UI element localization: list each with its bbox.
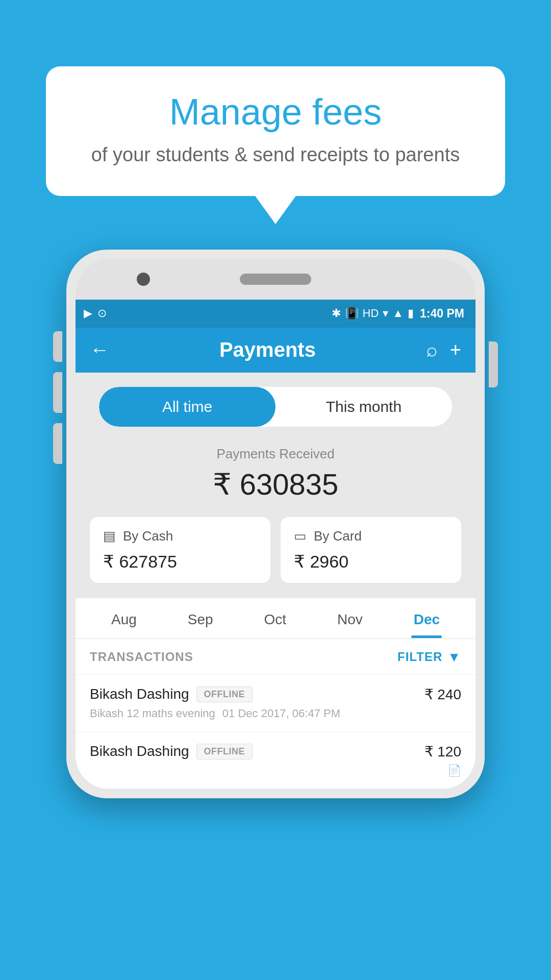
transactions-header: TRANSACTIONS FILTER ▼ <box>76 639 475 675</box>
transaction-name: Bikash Dashing <box>90 743 189 760</box>
vibrate-icon: 📳 <box>345 307 359 320</box>
cash-card-header: ▤ By Cash <box>103 528 257 544</box>
payments-label: Payments Received <box>90 446 461 462</box>
speaker <box>240 274 311 285</box>
transaction-top-row: Bikash Dashing OFFLINE ₹ 240 <box>90 686 461 703</box>
cash-label: By Cash <box>123 528 173 544</box>
cash-card: ▤ By Cash ₹ 627875 <box>90 517 270 583</box>
name-badge: Bikash Dashing OFFLINE <box>90 686 253 702</box>
phone-mockup: ▶ ⊙ ✱ 📳 HD ▾ ▲ ▮ 1:40 PM ← <box>66 250 485 798</box>
cash-amount: ₹ 627875 <box>103 551 257 572</box>
filter-button[interactable]: FILTER ▼ <box>397 649 461 665</box>
bubble-subtitle: of your students & send receipts to pare… <box>77 142 474 167</box>
play-icon: ▶ <box>84 307 92 320</box>
cash-icon: ▤ <box>103 528 116 544</box>
search-button[interactable]: ⌕ <box>426 339 438 361</box>
offline-badge: OFFLINE <box>196 687 253 702</box>
add-button[interactable]: + <box>450 339 461 361</box>
card-card-header: ▭ By Card <box>294 528 448 544</box>
tab-this-month[interactable]: This month <box>276 387 452 427</box>
payments-section: Payments Received ₹ 630835 <box>76 441 475 517</box>
back-button[interactable]: ← <box>90 339 109 361</box>
name-badge: Bikash Dashing OFFLINE <box>90 743 253 760</box>
month-sep[interactable]: Sep <box>180 598 221 638</box>
phone-top-bezel <box>76 259 475 300</box>
transaction-detail: Bikash 12 maths evening <box>90 707 215 720</box>
camera <box>137 273 150 286</box>
month-tabs: Aug Sep Oct Nov Dec <box>76 598 475 639</box>
hd-label: HD <box>363 307 379 320</box>
receipt-icon: 📄 <box>447 764 461 777</box>
transaction-bottom-row: 📄 <box>90 764 461 777</box>
volume-down-button <box>53 372 62 413</box>
speech-bubble: Manage fees of your students & send rece… <box>46 66 505 196</box>
silent-button <box>53 423 62 464</box>
card-icon: ▭ <box>294 528 307 544</box>
tab-all-time[interactable]: All time <box>99 387 276 427</box>
transaction-date: 01 Dec 2017, 06:47 PM <box>222 707 340 720</box>
transaction-amount: ₹ 120 <box>424 743 462 760</box>
phone-inner: ▶ ⊙ ✱ 📳 HD ▾ ▲ ▮ 1:40 PM ← <box>76 259 475 789</box>
transaction-amount: ₹ 240 <box>424 686 462 703</box>
month-dec[interactable]: Dec <box>406 598 448 638</box>
transaction-name: Bikash Dashing <box>90 686 189 702</box>
bluetooth-icon: ✱ <box>332 307 341 320</box>
table-row[interactable]: Bikash Dashing OFFLINE ₹ 240 Bikash 12 m… <box>76 675 475 732</box>
filter-label: FILTER <box>397 650 442 664</box>
wifi-icon: ▾ <box>383 307 388 320</box>
month-oct[interactable]: Oct <box>256 598 294 638</box>
power-button <box>489 341 498 387</box>
status-bar: ▶ ⊙ ✱ 📳 HD ▾ ▲ ▮ 1:40 PM <box>76 300 475 328</box>
tabs-container: All time This month <box>99 387 452 427</box>
card-card: ▭ By Card ₹ 2960 <box>281 517 461 583</box>
status-time: 1:40 PM <box>420 307 464 321</box>
phone-outer: ▶ ⊙ ✱ 📳 HD ▾ ▲ ▮ 1:40 PM ← <box>66 250 485 798</box>
payment-cards: ▤ By Cash ₹ 627875 ▭ By Card ₹ 2960 <box>76 517 475 598</box>
phone-screen: ▶ ⊙ ✱ 📳 HD ▾ ▲ ▮ 1:40 PM ← <box>76 300 475 789</box>
filter-icon: ▼ <box>447 649 461 665</box>
app-bar: ← Payments ⌕ + <box>76 328 475 373</box>
status-left-icons: ▶ ⊙ <box>84 307 107 320</box>
bubble-title: Manage fees <box>77 92 474 132</box>
status-right-icons: ✱ 📳 HD ▾ ▲ ▮ 1:40 PM <box>332 307 465 321</box>
card-amount: ₹ 2960 <box>294 551 448 572</box>
transaction-top-row: Bikash Dashing OFFLINE ₹ 120 <box>90 743 461 760</box>
volume-up-button <box>53 331 62 362</box>
app-icon: ⊙ <box>97 307 107 320</box>
filter-tabs-container: All time This month <box>76 373 475 441</box>
transactions-label: TRANSACTIONS <box>90 650 193 664</box>
signal-icon: ▲ <box>392 307 404 320</box>
page-title: Payments <box>121 338 414 361</box>
offline-badge: OFFLINE <box>196 744 253 760</box>
month-nov[interactable]: Nov <box>329 598 371 638</box>
month-aug[interactable]: Aug <box>103 598 145 638</box>
table-row[interactable]: Bikash Dashing OFFLINE ₹ 120 📄 <box>76 732 475 789</box>
transaction-bottom-row: Bikash 12 maths evening 01 Dec 2017, 06:… <box>90 707 461 720</box>
battery-icon: ▮ <box>408 307 414 320</box>
payments-amount: ₹ 630835 <box>90 467 461 502</box>
card-label: By Card <box>314 528 362 544</box>
